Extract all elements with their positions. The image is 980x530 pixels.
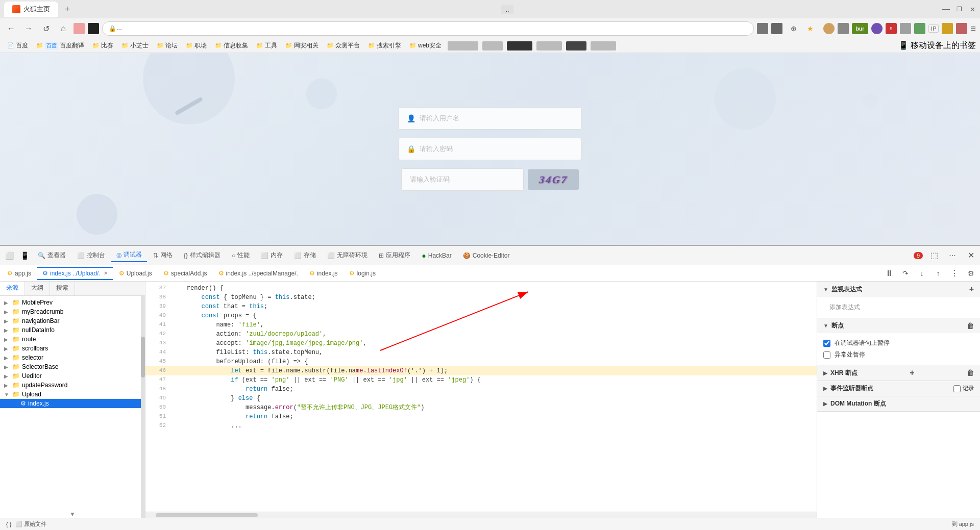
extension-black[interactable] bbox=[88, 23, 99, 34]
username-input[interactable]: 👤 请输入用户名 bbox=[398, 107, 582, 130]
bookmark-button[interactable]: ★ bbox=[804, 22, 816, 35]
breakpoint-debugger-checkbox[interactable] bbox=[823, 340, 830, 347]
ext-icon-9[interactable] bbox=[956, 23, 967, 34]
tree-item-mybreadcrumb[interactable]: ▶ 📁 myBreadcrumb bbox=[0, 307, 145, 316]
tab-cookie-editor[interactable]: 🍪 Cookie-Editor bbox=[458, 250, 515, 261]
tab-console[interactable]: ⬜ 控制台 bbox=[72, 249, 110, 262]
bookmark-luntan[interactable]: 📁 论坛 bbox=[154, 40, 181, 51]
tree-item-updatepwd[interactable]: ▶ 📁 updatePassword bbox=[0, 381, 145, 390]
devtools-close[interactable]: ✕ bbox=[964, 248, 978, 263]
toggle-breakpoints[interactable]: ⋮ bbox=[947, 266, 962, 281]
tab-style-editor[interactable]: {} 样式编辑器 bbox=[179, 249, 226, 262]
source-tab-upload[interactable]: ⚙ Upload.js bbox=[114, 268, 157, 279]
section-dom-header[interactable]: ▶ DOM Mutation 断点 bbox=[817, 396, 980, 411]
tree-item-scrollbars[interactable]: ▶ 📁 scrollbars bbox=[0, 344, 145, 353]
bookmark-zhongce[interactable]: 📁 众测平台 bbox=[324, 40, 363, 51]
account-icon[interactable] bbox=[823, 23, 835, 34]
captcha-input[interactable]: 请输入验证码 bbox=[401, 168, 524, 191]
delete-xhr-button[interactable]: 🗑 bbox=[967, 369, 974, 377]
ext-icon-7[interactable] bbox=[914, 23, 925, 34]
bookmark-websec[interactable]: 📁 web安全 bbox=[406, 40, 445, 51]
close-button[interactable]: ✕ bbox=[969, 6, 976, 13]
section-watch-header[interactable]: ▼ 监视表达式 + bbox=[817, 282, 980, 297]
panel-tab-outline[interactable]: 大纲 bbox=[25, 282, 50, 295]
breakpoint-exception-checkbox[interactable] bbox=[823, 351, 830, 359]
add-xhr-button[interactable]: + bbox=[910, 368, 914, 377]
tree-item-nulldata[interactable]: ▶ 📁 nullDataInfo bbox=[0, 325, 145, 335]
maximize-button[interactable]: ❐ bbox=[955, 6, 963, 13]
tree-scrollbar-thumb[interactable] bbox=[141, 337, 145, 377]
tree-scroll-down[interactable]: ▼ bbox=[69, 511, 76, 518]
bookmark-sousuoq[interactable]: 📁 搜索引擎 bbox=[365, 40, 404, 51]
back-button[interactable]: ← bbox=[4, 21, 18, 36]
extensions-button[interactable]: ⊕ bbox=[788, 22, 800, 35]
tab-accessibility[interactable]: ⬜ 无障碍环境 bbox=[322, 249, 373, 262]
tree-item-index-js[interactable]: ⚙ index.js bbox=[0, 399, 145, 408]
tab-storage[interactable]: ⬜ 存储 bbox=[289, 249, 321, 262]
devtools-detach[interactable]: ⬚ bbox=[927, 248, 941, 263]
add-expression-link[interactable]: 添加表达式 bbox=[823, 301, 974, 314]
home-button[interactable]: ⌂ bbox=[56, 21, 70, 36]
tree-scrollbar[interactable] bbox=[141, 296, 145, 518]
close-tab-index-upload[interactable]: ✕ bbox=[104, 270, 108, 276]
tab-network[interactable]: ⇅ 网络 bbox=[148, 249, 178, 262]
tab-hackbar[interactable]: ● HackBar bbox=[416, 249, 456, 262]
ext-icon-1[interactable] bbox=[757, 23, 768, 34]
tree-item-ueditor[interactable]: ▶ 📁 Ueditor bbox=[0, 371, 145, 381]
password-input[interactable]: 🔒 请输入密码 bbox=[398, 138, 582, 160]
menu-button[interactable]: ≡ bbox=[970, 23, 976, 34]
delete-breakpoints-button[interactable]: 🗑 bbox=[967, 322, 974, 330]
source-tab-loginjs[interactable]: ⚙ login.js bbox=[344, 268, 381, 279]
bookmark-wangan[interactable]: 📁 网安相关 bbox=[282, 40, 322, 51]
source-tab-specialadd[interactable]: ⚙ specialAdd.js bbox=[158, 268, 212, 279]
forward-button[interactable]: → bbox=[21, 21, 36, 36]
source-link[interactable]: 到 app.js bbox=[952, 520, 974, 528]
ext-icon-8[interactable] bbox=[942, 23, 953, 34]
tree-item-selectorbase[interactable]: ▶ 📁 SelectorBase bbox=[0, 362, 145, 371]
bookmark-gongju[interactable]: 📁 工具 bbox=[253, 40, 280, 51]
ip-text[interactable]: IP bbox=[928, 24, 939, 33]
devtools-responsive-button[interactable]: 📱 bbox=[17, 248, 32, 263]
ext-icon-2[interactable] bbox=[771, 23, 782, 34]
scrollbar-thumb[interactable] bbox=[156, 513, 258, 517]
bookmark-xiaozhi[interactable]: 📁 小芝士 bbox=[118, 40, 152, 51]
tree-item-route[interactable]: ▶ 📁 route bbox=[0, 335, 145, 344]
refresh-button[interactable]: ↺ bbox=[39, 21, 53, 36]
section-events-header[interactable]: ▶ 事件监听器断点 记录 bbox=[817, 381, 980, 396]
mobile-bookmarks[interactable]: 📱 移动设备上的书签 bbox=[898, 40, 976, 51]
add-watch-button[interactable]: + bbox=[969, 285, 974, 294]
tree-item-mobileprev[interactable]: ▶ 📁 MobilePrev bbox=[0, 298, 145, 307]
panel-tab-sources[interactable]: 来源 bbox=[0, 282, 25, 295]
source-tab-index-upload[interactable]: ⚙ index.js ../Upload/. ✕ bbox=[37, 267, 113, 280]
bookmark-baidu[interactable]: 📄 百度 bbox=[4, 40, 31, 51]
tree-item-upload-folder[interactable]: ▼ 📁 Upload bbox=[0, 390, 145, 399]
code-horizontal-scrollbar[interactable] bbox=[145, 512, 817, 518]
ext-icon-3[interactable] bbox=[838, 23, 849, 34]
original-file-button[interactable]: ⬜ 原始文件 bbox=[15, 520, 46, 528]
minimize-button[interactable]: — bbox=[942, 6, 949, 13]
devtools-more[interactable]: ··· bbox=[945, 248, 960, 263]
new-tab-button[interactable]: + bbox=[60, 2, 75, 16]
events-record-checkbox[interactable] bbox=[953, 385, 961, 392]
tab-debugger[interactable]: ◎ 调试器 bbox=[111, 248, 147, 262]
debug-pause[interactable]: ⏸ bbox=[882, 266, 896, 281]
active-tab[interactable]: 火狐主页 bbox=[4, 2, 58, 17]
extension-pink[interactable] bbox=[74, 23, 85, 34]
section-breakpoints-header[interactable]: ▼ 断点 🗑 bbox=[817, 318, 980, 333]
ext-icon-6[interactable] bbox=[900, 23, 911, 34]
code-area[interactable]: 37 render() { 38 const { topMenu } = thi… bbox=[145, 282, 817, 512]
format-button[interactable]: { } bbox=[6, 521, 11, 527]
tab-memory[interactable]: ⬜ 内存 bbox=[256, 249, 288, 262]
tab-performance[interactable]: ○ 性能 bbox=[227, 249, 255, 262]
bookmark-bisai[interactable]: 📁 比赛 bbox=[89, 40, 116, 51]
bookmark-zhichang[interactable]: 📁 职场 bbox=[183, 40, 210, 51]
devtools-inspect-button[interactable]: ⬜ bbox=[2, 248, 16, 263]
address-bar[interactable]: 🔒 ··· bbox=[102, 21, 754, 36]
debug-step-into[interactable]: ↓ bbox=[915, 266, 929, 281]
debug-step-over[interactable]: ↷ bbox=[898, 266, 913, 281]
debug-step-out[interactable]: ↑ bbox=[931, 266, 945, 281]
source-tab-index-specialmanage[interactable]: ⚙ index.js ../specialManage/. bbox=[213, 268, 303, 279]
source-tab-indexjs[interactable]: ⚙ index.js bbox=[304, 268, 343, 279]
ext-icon-5[interactable]: 9 bbox=[886, 23, 897, 34]
panel-tab-search[interactable]: 搜索 bbox=[50, 282, 75, 295]
